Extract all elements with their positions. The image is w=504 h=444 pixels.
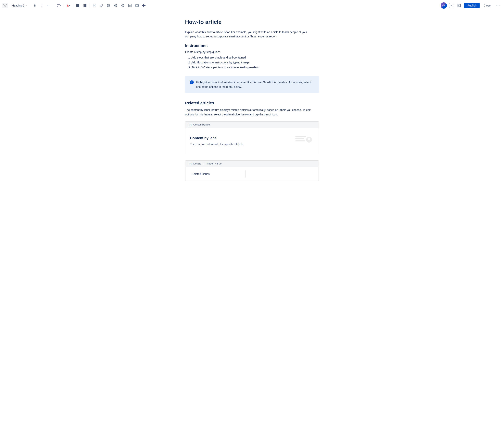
publish-button[interactable]: Publish bbox=[464, 3, 480, 8]
svg-rect-30 bbox=[136, 4, 137, 7]
more-options-icon: ··· bbox=[496, 3, 500, 7]
svg-text:3.: 3. bbox=[83, 6, 84, 7]
svg-rect-25 bbox=[128, 4, 131, 7]
macro-doc-icon: 📄 bbox=[188, 123, 192, 126]
details-cell-right[interactable] bbox=[246, 170, 315, 178]
emoji-button[interactable] bbox=[120, 2, 126, 9]
svg-point-7 bbox=[76, 5, 77, 6]
svg-point-9 bbox=[76, 6, 77, 7]
details-macro-header[interactable]: 📄 Details | hidden = true bbox=[185, 161, 319, 167]
insert-button[interactable]: ▾ bbox=[141, 2, 147, 9]
heading-selector[interactable]: Heading 2 ▾ bbox=[10, 3, 28, 8]
text-color-chevron: ▾ bbox=[69, 4, 70, 6]
mention-icon bbox=[114, 4, 117, 7]
avatar-group: CK bbox=[441, 2, 447, 9]
svg-rect-34 bbox=[295, 136, 306, 137]
macro-body[interactable]: Content by label There is no content wit… bbox=[185, 128, 319, 154]
svg-rect-17 bbox=[93, 4, 96, 7]
svg-point-20 bbox=[115, 4, 117, 7]
italic-button[interactable]: I bbox=[39, 2, 45, 9]
svg-rect-3 bbox=[57, 6, 60, 6]
text-color-button[interactable]: A ▾ bbox=[66, 2, 71, 9]
content-by-label-macro: 📄 Contentbylabel Content by label There … bbox=[185, 121, 319, 154]
svg-rect-1 bbox=[57, 4, 60, 4]
bullet-list-button[interactable] bbox=[75, 2, 81, 9]
svg-rect-2 bbox=[57, 5, 59, 5]
list-item[interactable]: Stick to 3-5 steps per task to avoid ove… bbox=[191, 65, 319, 70]
emoji-icon bbox=[121, 4, 125, 7]
table-button[interactable] bbox=[127, 2, 133, 9]
svg-point-23 bbox=[122, 5, 123, 5]
empty-state-illustration bbox=[294, 133, 314, 149]
macro-title: Content by label bbox=[190, 136, 244, 140]
svg-rect-12 bbox=[84, 4, 87, 5]
task-button[interactable] bbox=[91, 2, 98, 9]
columns-button[interactable] bbox=[134, 2, 140, 9]
mention-button[interactable] bbox=[113, 2, 119, 9]
svg-rect-0 bbox=[2, 3, 8, 8]
svg-point-22 bbox=[122, 4, 124, 7]
numbered-list-button[interactable]: 1. 2. 3. bbox=[82, 2, 88, 9]
divider-2 bbox=[54, 3, 54, 8]
info-panel[interactable]: i Highlight important information in a p… bbox=[185, 76, 319, 93]
svg-rect-6 bbox=[77, 4, 79, 5]
link-icon bbox=[100, 4, 103, 7]
image-icon bbox=[107, 4, 110, 7]
insert-chevron: ▾ bbox=[145, 4, 146, 6]
list-item[interactable]: Add illustrations to instructions by typ… bbox=[191, 60, 319, 65]
versions-button[interactable] bbox=[456, 2, 463, 9]
svg-point-5 bbox=[76, 4, 77, 5]
related-body-text: The content by label feature displays re… bbox=[185, 108, 319, 117]
svg-rect-10 bbox=[77, 6, 79, 7]
details-table: Related issues bbox=[189, 170, 315, 178]
image-button[interactable] bbox=[106, 2, 112, 9]
bullet-list-icon bbox=[76, 4, 79, 7]
details-separator: | bbox=[204, 162, 204, 165]
macro-empty-state: Content by label There is no content wit… bbox=[190, 133, 314, 149]
instructions-heading[interactable]: Instructions bbox=[185, 43, 319, 48]
info-icon: i bbox=[190, 80, 194, 84]
alignment-chevron: ▾ bbox=[60, 4, 61, 6]
svg-rect-16 bbox=[84, 6, 87, 7]
bold-button[interactable]: B bbox=[32, 2, 38, 9]
details-hidden-attr: hidden = true bbox=[207, 162, 221, 165]
table-row: Related issues bbox=[189, 170, 315, 178]
versions-icon bbox=[457, 4, 461, 7]
divider-1 bbox=[30, 3, 30, 8]
text-color-icon: A bbox=[67, 4, 69, 7]
add-collaborator-button[interactable]: + bbox=[449, 3, 454, 8]
app-logo bbox=[2, 3, 8, 8]
svg-rect-4 bbox=[57, 6, 58, 7]
divider-3 bbox=[64, 3, 64, 8]
heading-selector-label: Heading 2 bbox=[12, 4, 24, 7]
content-area: How-to article Explain what this how-to … bbox=[177, 11, 327, 203]
plus-icon bbox=[142, 4, 145, 7]
details-cell-left[interactable]: Related issues bbox=[189, 170, 246, 178]
svg-rect-14 bbox=[84, 5, 87, 6]
svg-point-24 bbox=[123, 5, 124, 5]
heading-chevron-icon: ▾ bbox=[26, 4, 27, 7]
intro-paragraph[interactable]: Explain what this how-to article is for.… bbox=[185, 30, 319, 39]
page-title[interactable]: How-to article bbox=[185, 19, 319, 25]
svg-rect-8 bbox=[77, 5, 79, 6]
macro-label: Contentbylabel bbox=[193, 123, 211, 126]
macro-header[interactable]: 📄 Contentbylabel bbox=[185, 122, 319, 128]
svg-rect-33 bbox=[458, 5, 460, 6]
svg-rect-35 bbox=[295, 138, 304, 139]
alignment-button[interactable]: ▾ bbox=[55, 2, 62, 9]
toolbar-right: CK + Publish Close ··· bbox=[441, 2, 502, 9]
table-icon bbox=[128, 4, 131, 7]
more-options-button[interactable]: ··· bbox=[495, 2, 502, 9]
details-body[interactable]: Related issues bbox=[185, 167, 319, 181]
svg-point-38 bbox=[308, 138, 310, 140]
related-articles-heading[interactable]: Related articles bbox=[185, 101, 319, 105]
list-item[interactable]: Add steps that are simple and self-conta… bbox=[191, 55, 319, 60]
spacer bbox=[185, 154, 319, 157]
close-button[interactable]: Close bbox=[481, 3, 493, 8]
link-button[interactable] bbox=[98, 2, 105, 9]
svg-rect-32 bbox=[458, 4, 461, 7]
more-format-button[interactable]: ··· bbox=[46, 2, 52, 9]
details-macro: 📄 Details | hidden = true Related issues bbox=[185, 160, 319, 181]
align-icon bbox=[57, 4, 60, 7]
macro-empty-content: Content by label There is no content wit… bbox=[190, 136, 244, 146]
